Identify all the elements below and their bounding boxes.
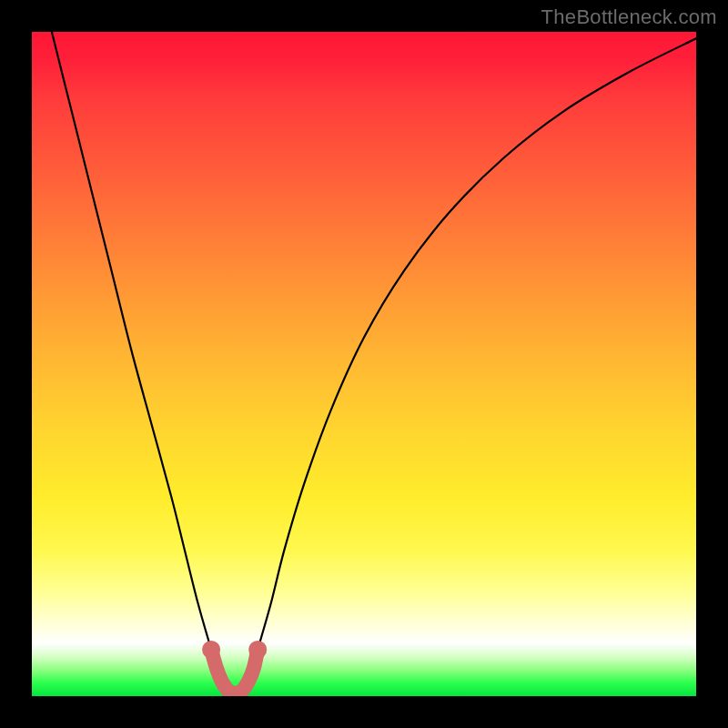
chart-svg: [32, 32, 696, 696]
marker-dot: [248, 641, 267, 659]
marker-dot: [202, 641, 220, 659]
watermark-text: TheBottleneck.com: [541, 5, 717, 29]
marker-band: [202, 641, 267, 693]
bottleneck-curve: [52, 32, 696, 693]
marker-band-path: [211, 650, 258, 693]
outer-frame: TheBottleneck.com: [0, 0, 728, 728]
plot-area: [32, 32, 696, 696]
